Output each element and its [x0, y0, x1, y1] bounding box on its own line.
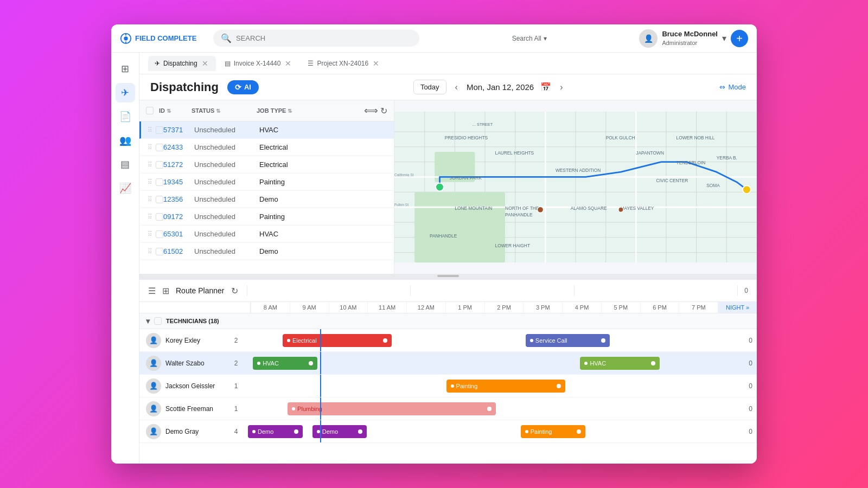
job-id[interactable]: 19345 [163, 178, 194, 186]
job-type: Electrical [259, 160, 319, 169]
task-bar[interactable]: HVAC [580, 357, 659, 370]
prev-date-button[interactable]: ‹ [453, 80, 460, 94]
tab-project[interactable]: ☰ Project XN-24016 ✕ [301, 56, 387, 71]
table-row[interactable]: ⠿ 61502 Unscheduled Demo [139, 243, 394, 260]
table-row[interactable]: ⠿ 65301 Unscheduled HVAC [139, 226, 394, 243]
ai-button[interactable]: ⟳ AI [227, 80, 259, 94]
job-id[interactable]: 12356 [163, 195, 194, 203]
row-checkbox[interactable] [156, 178, 163, 186]
tech-name: Jackson Geissler [165, 382, 226, 390]
time-slot: 12 AM [406, 302, 445, 313]
task-label: Electrical [292, 337, 317, 344]
job-status: Unscheduled [194, 195, 259, 203]
job-type: Demo [259, 195, 319, 203]
table-row[interactable]: ⠿ 62433 Unscheduled Electrical [139, 139, 394, 156]
add-button[interactable]: + [731, 30, 748, 47]
tech-row[interactable]: 👤 Walter Szabo 2 HVAC HVAC 0 [139, 352, 757, 375]
next-date-button[interactable]: › [558, 80, 565, 94]
more-columns-button[interactable]: ⟺ [364, 105, 378, 117]
search-all-button[interactable]: Search All ▾ [512, 35, 547, 42]
svg-text:SOMA: SOMA [706, 183, 720, 188]
sidebar-item-table[interactable]: ▤ [116, 155, 135, 174]
sidebar-item-grid[interactable]: ⊞ [116, 59, 135, 79]
calendar-icon[interactable]: 📅 [540, 82, 551, 92]
today-button[interactable]: Today [413, 80, 446, 94]
sidebar-item-dispatch[interactable]: ✈ [116, 83, 135, 102]
tab-dispatching-close[interactable]: ✕ [201, 59, 209, 68]
job-id[interactable]: 65301 [163, 230, 194, 238]
tech-row[interactable]: 👤 Demo Gray 4 Demo Demo Painting [139, 420, 757, 443]
job-id[interactable]: 09172 [163, 213, 194, 221]
job-id[interactable]: 51272 [163, 160, 194, 169]
row-checkbox[interactable] [156, 144, 163, 151]
row-checkbox[interactable] [156, 126, 163, 134]
svg-rect-25 [414, 192, 505, 262]
svg-text:California St: California St [394, 173, 414, 177]
tech-timeline: Demo Demo Painting [248, 420, 744, 442]
task-bar[interactable]: HVAC [253, 357, 317, 370]
search-bar[interactable]: 🔍 [213, 30, 419, 47]
tech-info: 👤 Demo Gray 4 [139, 424, 248, 439]
sidebar-item-people[interactable]: 👥 [116, 131, 135, 150]
svg-text:... STREET: ... STREET [473, 122, 493, 127]
svg-text:HAYES VALLEY: HAYES VALLEY [621, 206, 654, 211]
table-row[interactable]: ⠿ 57371 Unscheduled HVAC [139, 121, 394, 139]
task-bar[interactable]: Plumbing [288, 402, 496, 415]
tech-avatar: 👤 [146, 356, 161, 371]
tab-invoice[interactable]: ▤ Invoice X-14440 ✕ [218, 56, 299, 71]
table-row[interactable]: ⠿ 09172 Unscheduled Painting [139, 208, 394, 226]
col-jobtype[interactable]: JOB TYPE ⇅ [257, 107, 327, 114]
row-checkbox[interactable] [156, 161, 163, 169]
refresh-table-button[interactable]: ↻ [380, 105, 387, 117]
sidebar-item-chart[interactable]: 📈 [116, 178, 135, 198]
job-status: Unscheduled [194, 178, 259, 186]
time-slot: 7 PM [679, 302, 718, 313]
tab-project-close[interactable]: ✕ [372, 59, 380, 68]
tech-row[interactable]: 👤 Korey Exley 2 Electrical Service Call … [139, 329, 757, 352]
col-status[interactable]: STATUS ⇅ [192, 107, 257, 114]
row-checkbox[interactable] [156, 196, 163, 203]
time-header: 8 AM9 AM10 AM11 AM12 AM1 PM2 PM3 PM4 PM5… [251, 302, 757, 313]
col-id[interactable]: ID ⇅ [159, 107, 192, 114]
job-id[interactable]: 57371 [163, 126, 194, 134]
task-bar[interactable]: Electrical [283, 334, 392, 347]
chevron-down-icon-user[interactable]: ▾ [722, 33, 726, 43]
tab-dispatching[interactable]: ✈ Dispatching ✕ [148, 56, 216, 71]
task-bar[interactable]: Painting [521, 425, 585, 438]
row-checkbox[interactable] [156, 213, 163, 221]
list-view-button[interactable]: ☰ [148, 286, 156, 296]
tech-avatar: 👤 [146, 378, 161, 394]
select-all-checkbox[interactable] [146, 107, 154, 114]
job-id[interactable]: 62433 [163, 143, 194, 151]
tech-timeline: Electrical Service Call [248, 329, 744, 351]
svg-text:Fulton St: Fulton St [394, 203, 409, 207]
tab-invoice-close[interactable]: ✕ [284, 59, 292, 68]
mode-button[interactable]: ⇔ Mode [719, 83, 746, 91]
current-time-line [320, 420, 321, 442]
task-bar[interactable]: Service Call [526, 334, 610, 347]
svg-text:LOWER HAIGHT: LOWER HAIGHT [495, 243, 530, 248]
sidebar-item-docs[interactable]: 📄 [116, 107, 135, 126]
task-bar[interactable]: Demo [248, 425, 303, 438]
tech-row[interactable]: 👤 Scottie Freeman 1 Plumbing 0 [139, 397, 757, 420]
table-row[interactable]: ⠿ 51272 Unscheduled Electrical [139, 156, 394, 174]
row-checkbox[interactable] [156, 248, 163, 255]
svg-point-54 [618, 207, 623, 212]
refresh-planner-button[interactable]: ↻ [231, 286, 238, 296]
search-input[interactable] [236, 34, 412, 42]
table-row[interactable]: ⠿ 19345 Unscheduled Painting [139, 174, 394, 191]
tech-row[interactable]: 👤 Jackson Geissler 1 Painting 0 [139, 375, 757, 397]
task-label: Demo [322, 428, 338, 435]
svg-text:WESTERN ADDITION: WESTERN ADDITION [556, 168, 601, 173]
tabs-bar: ✈ Dispatching ✕ ▤ Invoice X-14440 ✕ ☰ Pr… [139, 53, 757, 74]
tech-end-count: 0 [744, 359, 757, 367]
select-all-techs-checkbox[interactable] [154, 317, 162, 325]
job-id[interactable]: 61502 [163, 247, 194, 255]
task-label: Painting [531, 428, 552, 435]
planner-header: ☰ ⊞ Route Planner ↻ 0 [139, 280, 757, 302]
task-bar[interactable]: Painting [446, 380, 565, 393]
row-checkbox[interactable] [156, 230, 163, 238]
group-collapse-icon[interactable]: ▾ [146, 317, 150, 325]
table-row[interactable]: ⠿ 12356 Unscheduled Demo [139, 191, 394, 208]
tech-name: Korey Exley [165, 337, 226, 344]
